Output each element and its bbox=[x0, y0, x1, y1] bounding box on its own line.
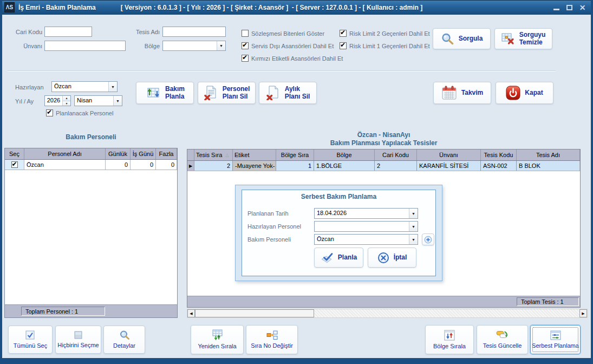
bolge-label: Bölge bbox=[123, 43, 160, 49]
planlanan-tarih-select[interactable]: 18.04.2026 ▼ bbox=[314, 208, 418, 219]
tesis-sira-cell: 2 bbox=[194, 161, 233, 171]
aylik-plani-sil-button[interactable]: Aylık Planı Sil bbox=[259, 82, 317, 104]
hicbirini-secme-button[interactable]: Hiçbirini Seçme bbox=[55, 326, 101, 354]
risk-limit-2-checkbox[interactable] bbox=[340, 30, 347, 37]
kirmizi-etiketli-checkbox[interactable] bbox=[242, 55, 249, 62]
app-logo-icon: ΛS bbox=[4, 2, 15, 12]
personel-plani-sil-button[interactable]: Personel Planı Sil bbox=[198, 82, 256, 104]
tumunu-sec-button[interactable]: Tümünü Seç bbox=[8, 326, 53, 354]
col-header-cari-kodu[interactable]: Cari Kodu bbox=[375, 150, 417, 160]
col-header-personel-adi[interactable]: Personel Adı bbox=[24, 148, 106, 159]
sort-ascending-icon: △ bbox=[225, 153, 229, 158]
tesis-kodu-cell: ASN-002 bbox=[481, 161, 517, 171]
spin-down-icon[interactable]: ▼ bbox=[63, 101, 70, 106]
col-header-tesis-adi[interactable]: Tesis Adı bbox=[517, 150, 580, 160]
window-title: İş Emri - Bakım Planlama bbox=[18, 4, 96, 11]
reorder-grid-icon bbox=[211, 329, 224, 341]
detaylar-button[interactable]: Detaylar bbox=[103, 326, 145, 354]
power-icon bbox=[506, 86, 520, 100]
iptal-button[interactable]: İptal bbox=[368, 248, 416, 268]
col-header-fazla[interactable]: Fazla bbox=[156, 148, 177, 159]
chevron-down-icon: ▼ bbox=[108, 82, 117, 92]
empty-checkbox-icon bbox=[74, 331, 83, 340]
plus-circle-icon bbox=[424, 236, 432, 244]
minimize-button[interactable] bbox=[552, 3, 561, 11]
servis-disi-checkbox[interactable] bbox=[242, 42, 249, 49]
col-header-tesis-kodu[interactable]: Tesis Kodu bbox=[481, 150, 517, 160]
hazirlayan-personel-select[interactable]: ▼ bbox=[314, 221, 418, 232]
scroll-left-icon[interactable]: ◀ bbox=[187, 309, 195, 317]
search-icon bbox=[441, 32, 454, 45]
yil-spinner[interactable]: 2026 ▲ ▼ bbox=[44, 95, 71, 106]
maximize-button[interactable] bbox=[565, 3, 574, 11]
takvim-button[interactable]: Takvim bbox=[433, 82, 491, 104]
kapat-button[interactable]: Kapat bbox=[496, 82, 553, 104]
tesis-table-row[interactable]: ▶ 2 -Muayene Yok- 1 1.BÖLGE 2 KARANFİL S… bbox=[187, 161, 580, 171]
chevron-down-icon: ▼ bbox=[113, 96, 122, 106]
col-header-bolge-sira[interactable]: Bölge Sıra bbox=[276, 150, 314, 160]
close-icon: ✕ bbox=[579, 4, 586, 11]
spin-up-icon[interactable]: ▲ bbox=[63, 96, 70, 101]
sort-window-icon bbox=[444, 330, 455, 341]
bakim-planla-button[interactable]: Bakım Planla bbox=[136, 82, 194, 104]
serbest-planlama-button[interactable]: Serbest Planlama bbox=[530, 325, 581, 354]
sorguyu-temizle-button[interactable]: Sorguyu Temizle bbox=[494, 28, 552, 49]
col-header-tesis-sira[interactable]: Tesis Sıra △ bbox=[194, 150, 233, 160]
check-all-icon bbox=[25, 330, 35, 340]
col-header-sec[interactable]: Seç bbox=[5, 148, 24, 159]
row-selector-header bbox=[187, 150, 194, 160]
bolge-select[interactable]: ▼ bbox=[162, 41, 226, 51]
scroll-right-icon[interactable]: ▶ bbox=[579, 309, 587, 317]
col-header-etiket[interactable]: Etiket bbox=[233, 150, 276, 160]
tesis-adi-input[interactable] bbox=[162, 27, 226, 37]
horizontal-scrollbar[interactable]: ◀ ▶ bbox=[187, 309, 588, 318]
scrollbar-thumb[interactable] bbox=[195, 309, 314, 317]
tesis-table-header: Tesis Sıra △ Etiket Bölge Sıra Bölge Car… bbox=[187, 150, 580, 161]
minimize-icon bbox=[553, 9, 559, 10]
chevron-down-icon: ▼ bbox=[409, 209, 418, 218]
fazla-cell: 0 bbox=[156, 160, 177, 170]
plan-grid-icon bbox=[145, 86, 161, 100]
titlebar[interactable]: ΛS İş Emri - Bakım Planlama [ Versiyon :… bbox=[0, 0, 593, 15]
etiket-cell: -Muayene Yok- bbox=[233, 161, 276, 171]
add-personel-button[interactable] bbox=[422, 233, 434, 245]
kirmizi-etiketli-label: Kırmızı Etiketli Asansörleri Dahil Et bbox=[251, 55, 343, 62]
unvani-label: Ünvanı bbox=[5, 43, 42, 49]
bakim-personeli-label: Bakım Personeli bbox=[247, 236, 291, 243]
risk-limit-1-checkbox[interactable] bbox=[340, 42, 347, 49]
change-order-icon bbox=[266, 330, 278, 340]
sozlesmesi-bitenleri-checkbox[interactable] bbox=[242, 30, 249, 37]
sozlesmesi-bitenleri-label: Sözleşmesi Bitenleri Göster bbox=[251, 30, 324, 37]
tesis-panel-title-line2: Bakım Planması Yapılacak Tesisler bbox=[187, 139, 581, 147]
cari-kodu-input[interactable] bbox=[44, 27, 92, 37]
refresh-icon bbox=[496, 330, 509, 340]
bolge-sira-cell: 1 bbox=[276, 161, 314, 171]
row-selector-arrow-icon: ▶ bbox=[187, 161, 194, 171]
bakim-personeli-select[interactable]: Özcan ▼ bbox=[314, 234, 418, 245]
personel-table-row[interactable]: Özcan 0 0 0 bbox=[5, 160, 177, 170]
col-header-is-gunu[interactable]: İş Günü bbox=[131, 148, 156, 159]
tesis-adi-label: Tesis Adı bbox=[123, 29, 160, 35]
unvani-input[interactable] bbox=[44, 41, 126, 51]
planlanan-tarih-label: Planlanan Tarih bbox=[247, 210, 289, 217]
tesis-guncelle-button[interactable]: Tesis Güncelle bbox=[477, 325, 528, 354]
close-button[interactable]: ✕ bbox=[578, 3, 587, 11]
planlanacak-personel-checkbox[interactable] bbox=[46, 109, 53, 116]
col-header-gunluk[interactable]: Günlük bbox=[106, 148, 131, 159]
bolge-cell: 1.BÖLGE bbox=[314, 161, 375, 171]
hazirlayan-select[interactable]: Özcan ▼ bbox=[51, 81, 118, 92]
col-header-bolge[interactable]: Bölge bbox=[314, 150, 375, 160]
planla-button[interactable]: Planla bbox=[314, 248, 363, 268]
bolge-sirala-button[interactable]: Bölge Sırala bbox=[425, 325, 474, 354]
sira-no-degistir-button[interactable]: Sıra No Değiştir bbox=[246, 325, 298, 354]
personel-panel-title: Bakım Personeli bbox=[4, 133, 178, 141]
yeniden-sirala-button[interactable]: Yeniden Sırala bbox=[191, 325, 244, 354]
personel-row-checkbox[interactable] bbox=[11, 161, 18, 168]
tesis-table-footer: Toplam Tesis : 1 bbox=[187, 296, 580, 307]
ay-select[interactable]: Nisan ▼ bbox=[74, 95, 122, 106]
servis-disi-label: Servis Dışı Asansörleri Dahil Et bbox=[251, 43, 334, 49]
col-header-unvani[interactable]: Ünvanı bbox=[417, 150, 481, 160]
dialog-title: Serbest Bakım Planlama bbox=[242, 193, 436, 200]
sorgula-button[interactable]: Sorgula bbox=[433, 28, 491, 49]
window-title-info: [ Versiyon : 6.0.1.3 ] - [ Yılı : 2026 ]… bbox=[121, 4, 423, 11]
